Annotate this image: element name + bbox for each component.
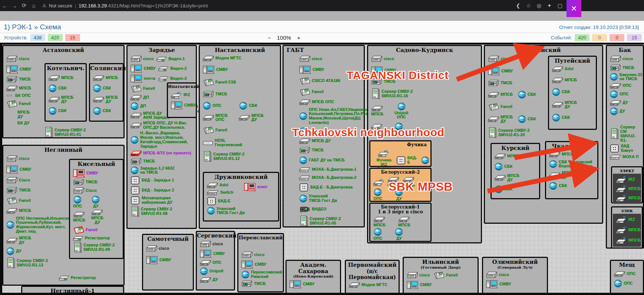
device-item[interactable]: ОПС <box>610 90 642 98</box>
device-item[interactable]: МПСБ <box>495 153 538 160</box>
device-item[interactable]: Unipoll ОПС <box>394 102 408 120</box>
device-item[interactable]: ОПС <box>73 196 82 209</box>
device-item[interactable]: ОПС <box>203 102 221 110</box>
device-item[interactable]: СМВУ <box>203 65 279 74</box>
device-item[interactable]: ТМСБ <box>299 147 363 154</box>
device-item[interactable]: ОПС <box>614 271 642 277</box>
device-item[interactable]: cisco <box>610 55 642 63</box>
device-item[interactable]: ГАБТ ДУ на ТМСБ <box>299 156 363 164</box>
reload-icon[interactable]: ⟳ <box>19 2 29 9</box>
device-item[interactable]: cisco <box>6 55 122 63</box>
device-item[interactable]: Уланский ТМСБ Гост Дв <box>207 207 277 216</box>
device-item[interactable]: Уланский ТМСБ Гост Дв <box>299 194 363 203</box>
device-item[interactable]: ОПС <box>373 188 382 201</box>
device-item[interactable]: СБК <box>93 107 122 115</box>
device-item[interactable]: почта <box>131 74 155 83</box>
device-item[interactable]: ВИДЕО <box>299 205 363 213</box>
device-item[interactable]: СБК <box>93 84 122 92</box>
device-item[interactable]: Видео-3 <box>158 76 186 82</box>
device-item[interactable] <box>421 156 429 164</box>
device-item[interactable]: БКД Бакун <box>610 144 642 153</box>
zoom-out-button[interactable]: − <box>268 35 271 41</box>
device-item[interactable]: МПСБ ДУ <box>552 101 595 109</box>
device-item[interactable]: Регистратор <box>73 235 122 241</box>
device-item[interactable]: СБК <box>552 114 595 122</box>
device-item[interactable]: МПСБ ДУ <box>488 115 513 124</box>
device-item[interactable]: БКД-Е <box>207 197 277 206</box>
device-item[interactable]: Модем МГТС <box>349 282 397 288</box>
device-item[interactable]: МПСБ <box>49 75 85 81</box>
device-item[interactable]: ОПС Ново-Ал,ГАБТ,Националь, Копьевский,П… <box>299 108 363 125</box>
device-item[interactable]: СМВУ <box>200 249 233 258</box>
device-item[interactable]: СМВУ <box>241 260 282 269</box>
count-badge[interactable]: 0 <box>592 34 607 41</box>
device-item[interactable]: СБК <box>518 91 536 99</box>
device-item[interactable]: Сервер СМВУ-2 SMVU2-R1-13 <box>6 258 122 269</box>
count-badge[interactable]: 0 <box>610 34 624 41</box>
device-item[interactable]: Переяславский Рижский <box>241 270 282 279</box>
device-item[interactable]: СМВУ <box>371 66 480 75</box>
star-icon[interactable]: ☆ <box>526 3 531 9</box>
device-item[interactable]: Видео-2 <box>158 66 186 72</box>
device-item[interactable]: СМВУ <box>73 169 122 178</box>
device-item[interactable]: СМВУ <box>146 256 192 265</box>
device-item[interactable]: МПСБ ОПС <box>299 99 363 105</box>
device-item[interactable]: IRZ <box>171 91 195 99</box>
device-item[interactable]: МПСБ <box>549 151 596 158</box>
device-item[interactable]: МПСБ ДУ <box>549 171 596 180</box>
device-item[interactable]: Adsl <box>552 66 595 72</box>
close-overlay-button[interactable]: ✕ <box>567 0 581 17</box>
device-item[interactable]: cisco <box>146 245 192 253</box>
device-item[interactable]: ОПС <box>610 82 642 89</box>
device-item[interactable]: ОПС <box>373 228 382 241</box>
device-item[interactable]: Москворецкая набережная ДУ <box>131 196 195 205</box>
device-item[interactable]: cisco <box>200 240 233 248</box>
device-item[interactable]: Видео-1 <box>156 56 185 62</box>
device-item[interactable]: МПСБ ДУ <box>239 114 264 122</box>
device-item[interactable]: Cisco <box>73 187 122 195</box>
device-item[interactable]: Adsl <box>207 182 277 189</box>
device-item[interactable]: CISCO ATA186 <box>299 76 363 85</box>
url-bar[interactable]: ⚠ Not secure | 192.168.3.29:4321/Map.htm… <box>42 3 208 9</box>
device-item[interactable]: ОПС <box>200 259 233 266</box>
device-item[interactable] <box>299 127 363 135</box>
device-item[interactable]: МПСБ <box>488 91 513 98</box>
device-item[interactable]: МПСБ <box>616 184 640 193</box>
device-item[interactable]: HDSL Георгиевский <box>203 138 279 147</box>
device-item[interactable]: МПСБ <box>73 211 85 223</box>
device-item[interactable]: СБК <box>49 107 85 115</box>
device-item[interactable]: cisco <box>241 251 282 259</box>
count-badge[interactable]: 438 <box>30 34 45 41</box>
device-item[interactable]: cisco <box>299 55 363 63</box>
count-badge[interactable]: 420 <box>48 34 63 41</box>
device-item[interactable]: СБК <box>552 88 595 96</box>
device-item[interactable]: МПСБ ДУ <box>91 209 103 225</box>
device-item[interactable]: СБК <box>549 182 596 190</box>
device-item[interactable]: ДУ <box>610 107 642 115</box>
device-item[interactable] <box>395 122 403 131</box>
device-item[interactable]: Модем МГТС <box>203 55 279 62</box>
device-item[interactable]: ДУ <box>92 196 100 209</box>
device-item[interactable]: ДУ <box>610 99 642 106</box>
profile-icon[interactable]: ◎ <box>537 3 541 9</box>
device-item[interactable]: МПСБ <box>373 216 386 227</box>
zoom-in-button[interactable]: + <box>297 35 300 41</box>
device-item[interactable]: Fanvil C58 <box>203 78 279 87</box>
device-item[interactable]: Н.-Васил.,Варкарка, Москв. мост,Ипатьев,… <box>131 131 195 149</box>
device-item[interactable]: МПСБ <box>93 75 122 81</box>
device-item[interactable]: МПСБ <box>616 236 640 245</box>
device-item[interactable]: СМВУ <box>486 280 546 289</box>
device-item[interactable]: СМВУ <box>290 280 339 289</box>
device-item[interactable]: СБК <box>495 163 538 171</box>
home-icon[interactable]: ⌂ <box>29 3 39 9</box>
device-item[interactable]: Unipoll <box>200 267 233 275</box>
device-item[interactable]: БКД - Зарядье 1 <box>131 176 195 185</box>
device-item[interactable]: БКД-Е <box>396 156 419 165</box>
device-item[interactable]: Fanvil <box>433 271 458 280</box>
device-item[interactable]: СБК Чкаловский Воронцово поле <box>549 160 596 169</box>
device-item[interactable]: Сервер СМВУ-2 SMVU2-R1-09 <box>73 242 122 253</box>
device-item[interactable]: МПСБ <box>398 216 410 227</box>
device-item[interactable]: СБК <box>49 84 85 92</box>
device-item[interactable]: МПСБ ОПС, ДУ Н-Вас. ОПС,ДУ Васильевск. <box>131 121 195 130</box>
count-badge[interactable]: 420 <box>575 34 589 41</box>
